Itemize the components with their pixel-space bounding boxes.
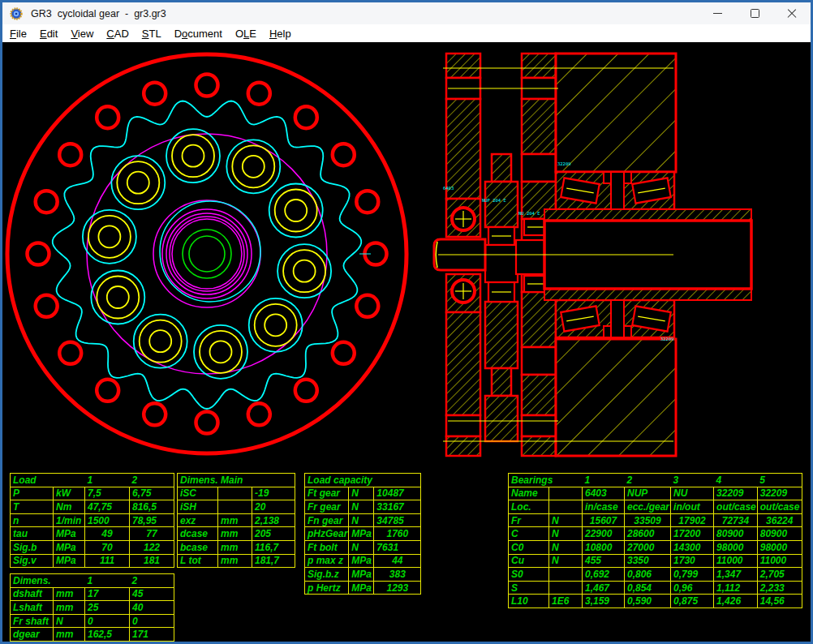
- table-row: bcasemm116,7: [178, 540, 295, 554]
- callout-32209a: 32209: [557, 161, 571, 166]
- menu-item-ole[interactable]: OLE: [229, 26, 263, 41]
- table-row: Fn gearN34785: [305, 513, 421, 527]
- window-controls: [699, 2, 811, 24]
- table-row: iSH20: [178, 500, 295, 514]
- table-row: Loc.in/caseecc./gearin/outout/caseout/ca…: [509, 500, 802, 514]
- minimize-icon: [713, 13, 722, 15]
- load-capacity-table: Load capacityFt gearN10487Fr gearN33167F…: [304, 473, 421, 595]
- table-row: TNm47,75816,5: [11, 500, 174, 514]
- table-header-row: Dimens. Main: [178, 474, 295, 487]
- section-inner-bearings: [485, 219, 548, 302]
- section-bearing-bottom: [556, 300, 674, 337]
- disc-bolt-holes: [83, 129, 331, 379]
- window-title: GR3 cycloidal gear - gr3.gr3: [31, 8, 166, 19]
- table-row: p max zMPa44: [305, 554, 421, 568]
- table-row: CuN455335017301100011000: [509, 554, 802, 568]
- table-title: Dimens. Main: [178, 474, 295, 487]
- app-icon: [10, 7, 23, 20]
- dimens-table: Dimens.12dshaftmm1745Lshaftmm2540Fr shaf…: [10, 573, 174, 642]
- titlebar[interactable]: GR3 cycloidal gear - gr3.gr3: [2, 2, 811, 24]
- menu-item-cad[interactable]: CAD: [100, 26, 135, 41]
- menu-item-stl[interactable]: STL: [136, 26, 168, 41]
- table-header-row: Bearings12345: [509, 474, 802, 487]
- section-bearing-top: [556, 172, 674, 209]
- cad-canvas: 6403 NUP 204 E NU 204 E 32209 32209 Load…: [2, 42, 811, 642]
- table-title: Load: [11, 474, 85, 487]
- menu-item-view[interactable]: View: [64, 26, 100, 41]
- table-row: tauMPa4977: [11, 527, 174, 541]
- table-row: Ft gearN10487: [305, 487, 421, 500]
- menu-item-file[interactable]: File: [3, 26, 33, 41]
- callout-nup: NUP 204 E: [482, 198, 506, 203]
- hub-circles: [153, 200, 260, 307]
- table-row: Fr gearN33167: [305, 500, 421, 514]
- menu-item-document[interactable]: Document: [168, 26, 229, 41]
- table-row: Name6403NUPNU3220932209: [509, 487, 802, 500]
- table-row: exzmm2,138: [178, 513, 295, 527]
- table-row: dshaftmm1745: [11, 587, 174, 601]
- table-row: Fr shaftN00: [11, 614, 174, 628]
- table-row: C0N1080027000143009800098000: [509, 540, 802, 554]
- menu-item-edit[interactable]: Edit: [33, 26, 64, 41]
- table-row: L totmm181,7: [178, 554, 295, 568]
- table-header-row: Load capacity: [305, 474, 421, 487]
- maximize-button[interactable]: [736, 2, 773, 24]
- table-title: Dimens.: [11, 574, 85, 588]
- table-row: dgearmm162,5171: [11, 628, 174, 642]
- table-row: n1/min150078,95: [11, 513, 174, 527]
- maximize-icon: [751, 9, 759, 18]
- table-header-row: Dimens.12: [11, 574, 174, 588]
- table-row: CN2290028600172008090080900: [509, 527, 802, 541]
- table-row: p HertzMPa1293: [305, 581, 421, 595]
- table-row: FrN1560733509179027273436224: [509, 513, 802, 527]
- table-row: dcasemm205: [178, 527, 295, 541]
- case-outer-circle: [7, 54, 406, 453]
- app-window: GR3 cycloidal gear - gr3.gr3 FileEditVie…: [0, 0, 813, 644]
- load-table: Load12PkW7,56,75TNm47,75816,5n1/min15007…: [10, 473, 174, 568]
- table-row: Sig.bMPa70122: [11, 540, 174, 554]
- callout-6403: 6403: [443, 186, 454, 191]
- pin-ring: [28, 75, 387, 434]
- callout-nu: NU 204 E: [518, 211, 540, 216]
- close-button[interactable]: [773, 2, 811, 24]
- dimens-main-table: Dimens. MainiSC-19iSH20exzmm2,138dcasemm…: [177, 473, 295, 568]
- callout-32209b: 32209: [660, 337, 674, 341]
- table-row: Sig.b.zMPa383: [305, 568, 421, 582]
- table-row: S1,4670,8540,961,1122,233: [509, 581, 802, 595]
- table-title: Bearings: [509, 474, 583, 487]
- table-title: Load capacity: [305, 474, 421, 487]
- table-row: Lshaftmm2540: [11, 601, 174, 615]
- table-header-row: Load12: [11, 474, 174, 487]
- table-row: PkW7,56,75: [11, 487, 174, 500]
- table-row: S00,6920,8060,7991,3472,705: [509, 568, 802, 582]
- menu-item-help[interactable]: Help: [263, 26, 298, 41]
- close-icon: [786, 8, 798, 19]
- table-row: Sig.vMPa111181: [11, 554, 174, 568]
- minimize-button[interactable]: [699, 2, 736, 24]
- table-row: L101E63,1590,5900,8751,42614,56: [509, 595, 802, 608]
- menubar: FileEditViewCADSTLDocumentOLEHelp: [2, 24, 811, 42]
- table-row: Ft boltN7631: [305, 540, 421, 554]
- table-row: pHzGearMPa1760: [305, 527, 421, 541]
- table-row: iSC-19: [178, 487, 295, 500]
- bearings-table: Bearings12345Name6403NUPNU3220932209Loc.…: [508, 473, 802, 608]
